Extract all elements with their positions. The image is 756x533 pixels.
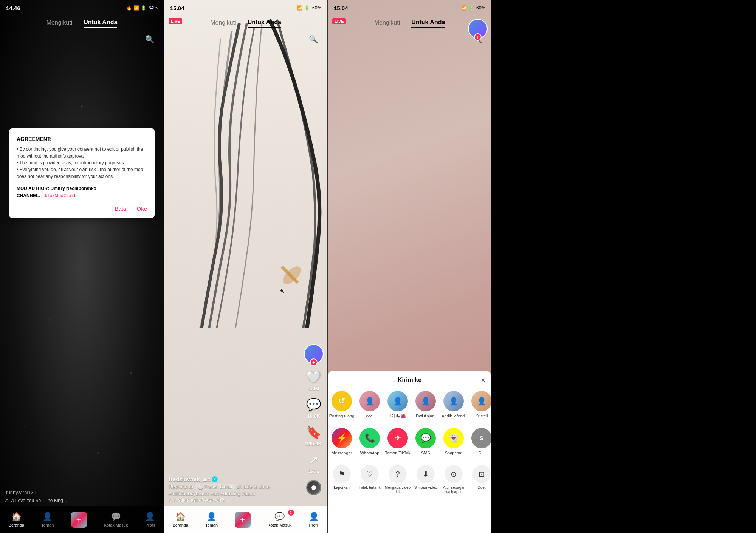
wifi-icon: 📶 — [133, 5, 139, 11]
music-disc-action[interactable] — [306, 480, 321, 495]
share-action-tidak-tertarik[interactable]: ♡ Tidak tertarik — [356, 465, 384, 494]
p2-bottom-inbox[interactable]: 💬 3 Kotak Masuk — [268, 512, 292, 527]
mod-author-name: Dmitry Nechiporenko — [51, 186, 96, 191]
share-action-wallpaper[interactable]: ⊙ Atur sebagai wallpaper — [440, 465, 468, 494]
p2-profile-icon: 👤 — [309, 512, 319, 522]
reply-time: 1h side is done — [237, 484, 270, 490]
share-action[interactable]: ↗ 5236 — [308, 453, 319, 474]
share-app-more[interactable]: S S... — [468, 428, 491, 456]
more-app-label: S... — [479, 451, 485, 456]
home-label: Beranda — [9, 523, 25, 527]
whatsapp-label: WhatsApp — [360, 451, 380, 456]
p2-tab-untuk-anda[interactable]: Untuk Anda — [248, 19, 281, 28]
battery-level: 64% — [149, 5, 158, 11]
share-item-repost[interactable]: ↺ Posting ulang — [328, 391, 356, 419]
p2-tab-mengikuti[interactable]: Mengikuti — [210, 19, 236, 28]
p2-bottom-profile[interactable]: 👤 Profil — [309, 512, 319, 527]
dwi-label: Dwi Anjani — [416, 414, 435, 419]
username-text: fredziownik_art — [169, 476, 210, 482]
share-action-simpan[interactable]: ⬇ Simpan video — [412, 465, 440, 494]
agreement-line1: • By continuing, you give your consent n… — [17, 147, 143, 159]
p2-bottom-friends[interactable]: 👤 Teman — [205, 512, 218, 527]
share-close-button[interactable]: × — [481, 376, 485, 385]
friends-label: Teman — [41, 523, 54, 527]
p2-inbox-label: Kotak Masuk — [268, 523, 292, 527]
panel2-time: 15.04 — [170, 5, 184, 11]
friends-icon: 👤 — [42, 512, 53, 522]
p2-create-button[interactable]: + — [235, 512, 251, 528]
follow-plus-button[interactable]: + — [310, 358, 318, 366]
whatsapp-icon: 📞 — [359, 428, 380, 448]
agreement-mod-info: MOD AUTHOR: Dmitry Nechiporenko CHANNEL:… — [17, 185, 147, 199]
music-disc-center — [311, 485, 316, 490]
share-action-mengapa[interactable]: ? Mengapa video ini — [384, 465, 412, 494]
music-disc — [306, 480, 321, 495]
flame-icon: 🔥 — [126, 5, 132, 11]
battery-icon: 🔋 — [141, 5, 146, 11]
share-action-duet[interactable]: ⊡ Duet — [468, 465, 491, 494]
share-count: 5236 — [308, 468, 319, 474]
channel-link[interactable]: TikTokModCloud — [42, 193, 75, 198]
panel2-tiktok-video: 15.04 📶 🔋 60% LIVE Mengikuti Untuk Anda … — [164, 0, 328, 533]
bookmark-action[interactable]: 🔖 195.6K — [306, 425, 322, 446]
share-action-laporkan[interactable]: ⚑ Laporkan — [328, 465, 356, 494]
share-item-ceci[interactable]: 👤 ceci — [356, 391, 384, 419]
comment-icon: 💬 — [306, 397, 321, 412]
share-app-tiktok-friend[interactable]: ✈ Teman TikTok — [384, 428, 412, 456]
panel1-bottom-bar: 🏠 Beranda 👤 Teman + 💬 Kotak Masuk 👤 Prof… — [0, 506, 164, 533]
tab-untuk-anda[interactable]: Untuk Anda — [84, 19, 117, 28]
share-item-dwi[interactable]: 👤 Dwi Anjani — [412, 391, 440, 419]
search-icon[interactable]: 🔍 — [142, 32, 158, 47]
comment-action[interactable]: 💬 19.8K — [306, 397, 321, 419]
bottom-home[interactable]: 🏠 Beranda — [9, 512, 25, 527]
p3-follow-plus[interactable]: + — [474, 33, 482, 41]
video-author-avatar[interactable]: + — [304, 344, 324, 364]
p3-tab-untuk-anda[interactable]: Untuk Anda — [411, 19, 445, 28]
snapchat-label: Snapchat — [445, 451, 462, 456]
tab-mengikuti[interactable]: Mengikuti — [46, 19, 72, 28]
panel3-tiktok-share: 15.04 📶 🔋 60% LIVE Mengikuti Untuk Anda … — [328, 0, 491, 533]
bottom-inbox[interactable]: 💬 Kotak Masuk — [104, 512, 128, 527]
bottom-friends[interactable]: 👤 Teman — [41, 512, 54, 527]
panel1-status-bar: 14.46 🔥 📶 🔋 64% — [0, 0, 164, 16]
battery-icon-p3: 🔋 — [468, 5, 474, 11]
tidak-tertarik-icon: ♡ — [361, 465, 379, 483]
panel1-status-icons: 🔥 📶 🔋 64% — [126, 5, 158, 11]
repost-label: Posting ulang — [329, 414, 355, 419]
12july-avatar: 👤 — [387, 391, 408, 411]
battery-level-p2: 60% — [312, 5, 321, 11]
agreement-line3: • Everything you do, all at your own ris… — [17, 167, 143, 179]
messenger-label: Messenger — [332, 451, 352, 456]
share-actions-row: ⚑ Laporkan ♡ Tidak tertarik ? Mengapa vi… — [328, 460, 491, 499]
p2-home-label: Beranda — [172, 523, 188, 527]
p2-search-icon[interactable]: 🔍 — [306, 32, 321, 47]
p3-avatar-container[interactable]: + — [468, 19, 488, 39]
share-item-andik[interactable]: 👤 Andik_efendi — [440, 391, 468, 419]
heart-icon: 🤍 — [306, 370, 321, 384]
like-action[interactable]: 🤍 4.6M — [306, 370, 321, 391]
kristell-label: Kristell — [475, 414, 488, 419]
ok-button[interactable]: Oke — [136, 205, 147, 212]
p3-tab-mengikuti[interactable]: Mengikuti — [374, 19, 400, 28]
bookmark-count: 195.6K — [306, 441, 322, 446]
agreement-dialog: AGREEMENT: • By continuing, you give you… — [9, 128, 155, 218]
share-item-kristell[interactable]: 👤 Kristell — [468, 391, 491, 419]
share-item-12july[interactable]: 👤 12july.🌺 — [384, 391, 412, 419]
ceci-avatar: 👤 — [359, 391, 380, 411]
panel3-nav-tabs: Mengikuti Untuk Anda 🔍 — [328, 16, 491, 31]
p2-friends-icon: 👤 — [206, 512, 217, 522]
inbox-badge-count: 3 — [288, 510, 294, 516]
cancel-button[interactable]: Batal — [115, 205, 127, 212]
share-app-snapchat[interactable]: 👻 Snapchat — [440, 428, 468, 456]
share-app-sms[interactable]: 💬 SMS — [412, 428, 440, 456]
bottom-profile[interactable]: 👤 Profil — [145, 512, 155, 527]
svg-marker-2 — [280, 289, 285, 294]
panel3-status-icons: 📶 🔋 60% — [461, 5, 485, 11]
p2-home-icon: 🏠 — [175, 512, 186, 522]
share-app-messenger[interactable]: ⚡ Messenger — [328, 428, 356, 456]
p2-profile-label: Profil — [309, 523, 318, 527]
p2-bottom-home[interactable]: 🏠 Beranda — [172, 512, 188, 527]
share-app-whatsapp[interactable]: 📞 WhatsApp — [356, 428, 384, 456]
create-button[interactable]: + — [71, 512, 87, 528]
tiktok-friend-label: Teman TikTok — [385, 451, 410, 456]
